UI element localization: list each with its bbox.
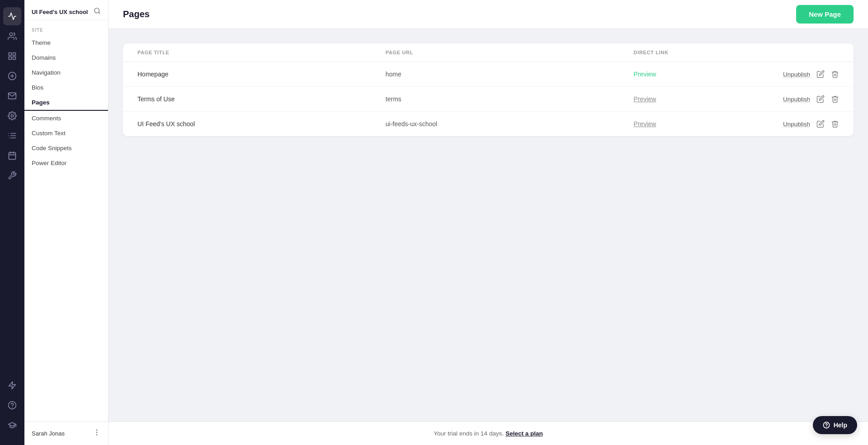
user-name: Sarah Jonas (32, 430, 65, 437)
sidebar: UI Feed's UX school SITE Theme Domains N… (24, 0, 108, 445)
icon-dollar[interactable] (3, 67, 21, 85)
page-preview-cell: Preview (634, 95, 758, 103)
icon-graduation[interactable] (3, 416, 21, 434)
edit-icon[interactable] (816, 120, 825, 128)
table-header: PAGE TITLE PAGE URL DIRECT LINK (123, 43, 854, 62)
svg-rect-4 (9, 57, 12, 60)
page-title-cell: Terms of Use (137, 95, 386, 103)
sidebar-section-site: SITE (24, 20, 108, 35)
sidebar-item-navigation[interactable]: Navigation (24, 65, 108, 80)
row-actions: Unpublish (758, 120, 839, 128)
preview-link[interactable]: Preview (634, 120, 656, 128)
help-label: Help (834, 421, 847, 429)
app-name: UI Feed's UX school (32, 9, 88, 15)
pages-table: PAGE TITLE PAGE URL DIRECT LINK Homepage… (123, 43, 854, 136)
icon-calendar[interactable] (3, 147, 21, 165)
svg-rect-2 (13, 53, 16, 56)
trial-banner: Your trial ends in 14 days. Select a pla… (108, 421, 868, 445)
col-page-title: PAGE TITLE (137, 50, 386, 55)
table-row: Homepage home Preview Unpublish (123, 62, 854, 87)
sidebar-footer: Sarah Jonas (24, 421, 108, 445)
svg-point-26 (96, 435, 97, 436)
table-row: UI Feed's UX school ui-feeds-ux-school P… (123, 112, 854, 136)
search-icon[interactable] (94, 7, 101, 16)
svg-point-8 (11, 115, 14, 117)
icon-tool[interactable] (3, 166, 21, 185)
page-preview-cell: Preview (634, 120, 758, 128)
page-preview-cell: Preview (634, 70, 758, 78)
preview-link[interactable]: Preview (634, 71, 656, 78)
svg-point-0 (9, 33, 13, 36)
edit-icon[interactable] (816, 70, 825, 78)
icon-grid[interactable] (3, 47, 21, 65)
row-actions: Unpublish (758, 95, 839, 103)
edit-icon[interactable] (816, 95, 825, 103)
page-title-cell: Homepage (137, 71, 386, 78)
icon-dashboard[interactable] (3, 7, 21, 25)
icon-users[interactable] (3, 27, 21, 45)
page-title: Pages (123, 9, 150, 19)
help-button[interactable]: Help (813, 416, 857, 434)
delete-icon[interactable] (831, 95, 839, 103)
svg-point-24 (96, 430, 97, 431)
new-page-button[interactable]: New Page (796, 5, 854, 24)
topbar: Pages New Page (108, 0, 868, 29)
icon-list[interactable] (3, 127, 21, 145)
page-title-cell: UI Feed's UX school (137, 120, 386, 128)
delete-icon[interactable] (831, 70, 839, 78)
svg-line-23 (99, 12, 100, 14)
unpublish-button[interactable]: Unpublish (783, 71, 810, 78)
svg-rect-15 (9, 152, 16, 159)
unpublish-button[interactable]: Unpublish (783, 96, 810, 103)
icon-help-circle[interactable] (3, 396, 21, 414)
delete-icon[interactable] (831, 120, 839, 128)
content-area: PAGE TITLE PAGE URL DIRECT LINK Homepage… (108, 29, 868, 421)
sidebar-item-theme[interactable]: Theme (24, 35, 108, 50)
main-content: Pages New Page PAGE TITLE PAGE URL DIREC… (108, 0, 868, 445)
sidebar-item-code-snippets[interactable]: Code Snippets (24, 141, 108, 156)
col-page-url: PAGE URL (386, 50, 634, 55)
sidebar-header: UI Feed's UX school (24, 0, 108, 20)
icon-bar (0, 0, 24, 445)
svg-point-25 (96, 432, 97, 433)
sidebar-item-power-editor[interactable]: Power Editor (24, 156, 108, 170)
icon-lightning[interactable] (3, 376, 21, 394)
icon-settings[interactable] (3, 107, 21, 125)
col-actions (758, 50, 839, 55)
page-url-cell: home (386, 71, 634, 78)
select-plan-link[interactable]: Select a plan (505, 430, 543, 437)
sidebar-item-comments[interactable]: Comments (24, 111, 108, 126)
trial-text: Your trial ends in 14 days. (434, 430, 504, 437)
table-row: Terms of Use terms Preview Unpublish (123, 87, 854, 112)
col-direct-link: DIRECT LINK (634, 50, 758, 55)
svg-rect-3 (13, 57, 16, 60)
icon-mail[interactable] (3, 87, 21, 105)
page-url-cell: ui-feeds-ux-school (386, 120, 634, 128)
sidebar-item-pages[interactable]: Pages (24, 95, 108, 111)
page-url-cell: terms (386, 95, 634, 103)
preview-link[interactable]: Preview (634, 95, 656, 103)
unpublish-button[interactable]: Unpublish (783, 121, 810, 128)
svg-marker-19 (9, 382, 16, 389)
svg-rect-1 (9, 53, 12, 56)
more-icon[interactable] (93, 428, 101, 439)
sidebar-item-bios[interactable]: Bios (24, 80, 108, 95)
row-actions: Unpublish (758, 70, 839, 78)
sidebar-item-custom-text[interactable]: Custom Text (24, 126, 108, 141)
sidebar-item-domains[interactable]: Domains (24, 50, 108, 65)
